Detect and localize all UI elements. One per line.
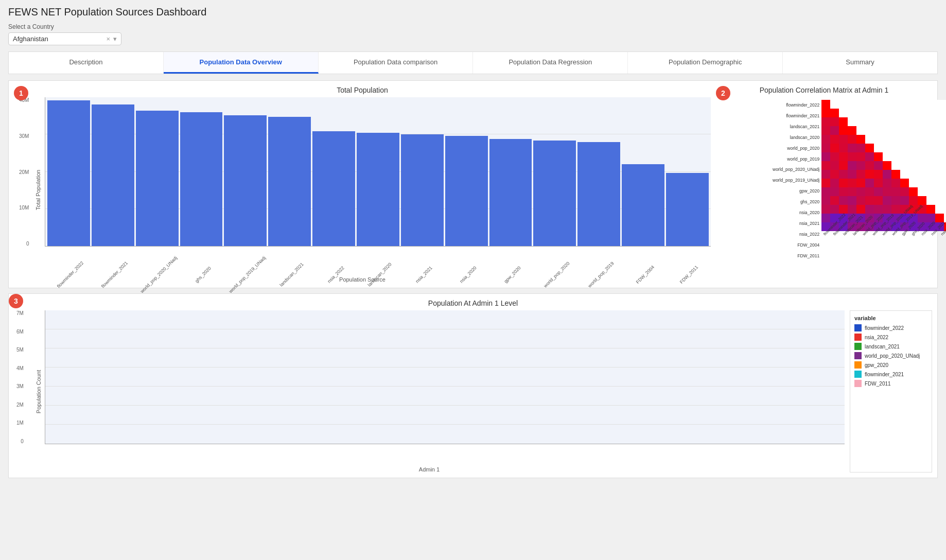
corr-cell bbox=[830, 135, 839, 144]
corr-cell bbox=[944, 179, 946, 187]
panel-3-y-axis: 7M 6M 5M 4M 3M 2M 1M 0 bbox=[16, 310, 26, 444]
corr-cell bbox=[918, 100, 926, 109]
country-selector[interactable]: Afghanistan × ▾ bbox=[8, 32, 121, 45]
legend-item-2: landscan_2021 bbox=[854, 343, 927, 350]
corr-cell bbox=[926, 144, 935, 152]
tab-population-data-comparison[interactable]: Population Data comparison bbox=[319, 52, 474, 74]
corr-cell bbox=[830, 109, 839, 117]
dropdown-icon[interactable]: ▾ bbox=[113, 35, 117, 43]
corr-cell bbox=[821, 152, 830, 161]
corr-cell bbox=[839, 126, 848, 135]
corr-row bbox=[821, 109, 946, 117]
corr-cell bbox=[874, 144, 883, 152]
corr-cell bbox=[918, 109, 926, 117]
corr-cell bbox=[874, 161, 883, 170]
bar-8[interactable]: nsia_2021 bbox=[401, 134, 444, 246]
corr-cell bbox=[821, 100, 830, 109]
bar-12[interactable]: world_pop_2019 bbox=[577, 142, 620, 246]
bar-label-7: landscan_2020 bbox=[367, 261, 393, 287]
corr-cell bbox=[856, 170, 865, 179]
bar-0[interactable]: flowminder_2022 bbox=[47, 100, 90, 246]
corr-row bbox=[821, 135, 946, 144]
legend-color-3 bbox=[854, 352, 862, 359]
legend-item-1: nsia_2022 bbox=[854, 334, 927, 341]
corr-cell bbox=[821, 214, 830, 222]
corr-cell bbox=[918, 196, 926, 205]
bar-11[interactable]: world_pop_2020 bbox=[533, 141, 576, 246]
corr-cell bbox=[821, 135, 830, 144]
corr-cell bbox=[830, 196, 839, 205]
corr-cell bbox=[909, 152, 918, 161]
corr-cell bbox=[883, 170, 891, 179]
legend-label-2: landscan_2021 bbox=[865, 344, 900, 349]
legend-panel: variable flowminder_2022nsia_2022landsca… bbox=[850, 310, 932, 472]
bar-label-5: landscan_2021 bbox=[278, 261, 304, 287]
corr-cell bbox=[856, 205, 865, 214]
corr-cell bbox=[935, 170, 944, 179]
corr-cell bbox=[900, 170, 909, 179]
corr-cell bbox=[935, 161, 944, 170]
corr-cell bbox=[865, 179, 874, 187]
tab-population-data-regression[interactable]: Population Data Regression bbox=[473, 52, 628, 74]
corr-cell bbox=[883, 196, 891, 205]
grid-lines-3 bbox=[45, 310, 845, 444]
corr-cell bbox=[926, 117, 935, 126]
tab-summary[interactable]: Summary bbox=[783, 52, 937, 74]
bar-14[interactable]: FDW_2011 bbox=[666, 173, 709, 246]
corr-cell bbox=[856, 126, 865, 135]
corr-matrix: flowminder_2022flowminder_2021landscan_2… bbox=[773, 100, 932, 261]
corr-cell bbox=[865, 100, 874, 109]
corr-cell bbox=[883, 135, 891, 144]
tab-population-demographic[interactable]: Population Demographic bbox=[628, 52, 783, 74]
bar-3[interactable]: ghs_2020 bbox=[180, 112, 223, 246]
tab-population-data-overview[interactable]: Population Data Overview bbox=[164, 52, 319, 74]
corr-cell bbox=[900, 144, 909, 152]
corr-cell bbox=[830, 126, 839, 135]
clear-icon[interactable]: × bbox=[106, 35, 110, 43]
main-content: 1 Total Population Total Population 40M … bbox=[8, 80, 938, 478]
corr-cell bbox=[944, 152, 946, 161]
corr-cell bbox=[918, 126, 926, 135]
corr-cell bbox=[848, 187, 856, 196]
legend-color-4 bbox=[854, 361, 862, 369]
app-title: FEWS NET Population Sources Dashboard bbox=[8, 6, 938, 18]
corr-cell bbox=[865, 152, 874, 161]
corr-x-labels: flowminder_2022flowminder_2021landscan_2… bbox=[821, 233, 946, 261]
corr-cell bbox=[839, 100, 848, 109]
corr-y-label: landscan_2021 bbox=[773, 122, 819, 131]
corr-cell bbox=[848, 161, 856, 170]
corr-cell bbox=[848, 144, 856, 152]
corr-row bbox=[821, 205, 946, 214]
bar-label-4: world_pop_2019_UNadj bbox=[228, 255, 267, 294]
bar-13[interactable]: FDW_2004 bbox=[622, 164, 664, 246]
corr-cell bbox=[918, 135, 926, 144]
corr-cell bbox=[909, 187, 918, 196]
panel-1-title: Total Population bbox=[14, 86, 711, 94]
bar-6[interactable]: nsia_2022 bbox=[312, 131, 355, 246]
corr-cell bbox=[874, 187, 883, 196]
corr-cell bbox=[874, 135, 883, 144]
bar-4[interactable]: world_pop_2019_UNadj bbox=[224, 115, 267, 246]
corr-cell bbox=[883, 187, 891, 196]
bar-10[interactable]: gpw_2020 bbox=[489, 139, 532, 246]
country-select-label: Select a Country bbox=[8, 23, 938, 30]
bar-9[interactable]: nsia_2020 bbox=[445, 136, 488, 246]
corr-cell bbox=[883, 179, 891, 187]
corr-cell bbox=[830, 161, 839, 170]
panel-3-y-label: Population Count bbox=[36, 370, 42, 413]
corr-cell bbox=[935, 135, 944, 144]
corr-cells-wrapper: flowminder_2022flowminder_2021landscan_2… bbox=[821, 100, 946, 261]
bar-2[interactable]: world_pop_2020_UNadj bbox=[136, 111, 179, 246]
corr-cell bbox=[909, 161, 918, 170]
tab-description[interactable]: Description bbox=[9, 52, 164, 74]
legend-items: flowminder_2022nsia_2022landscan_2021wor… bbox=[854, 324, 927, 387]
bar-1[interactable]: flowminder_2021 bbox=[92, 104, 134, 246]
legend-label-5: flowminder_2021 bbox=[865, 372, 904, 377]
corr-cell bbox=[944, 135, 946, 144]
corr-cell bbox=[874, 100, 883, 109]
corr-cell bbox=[856, 109, 865, 117]
legend-item-4: gpw_2020 bbox=[854, 361, 927, 369]
bar-7[interactable]: landscan_2020 bbox=[357, 133, 399, 246]
corr-cell bbox=[856, 179, 865, 187]
bar-5[interactable]: landscan_2021 bbox=[268, 117, 311, 246]
